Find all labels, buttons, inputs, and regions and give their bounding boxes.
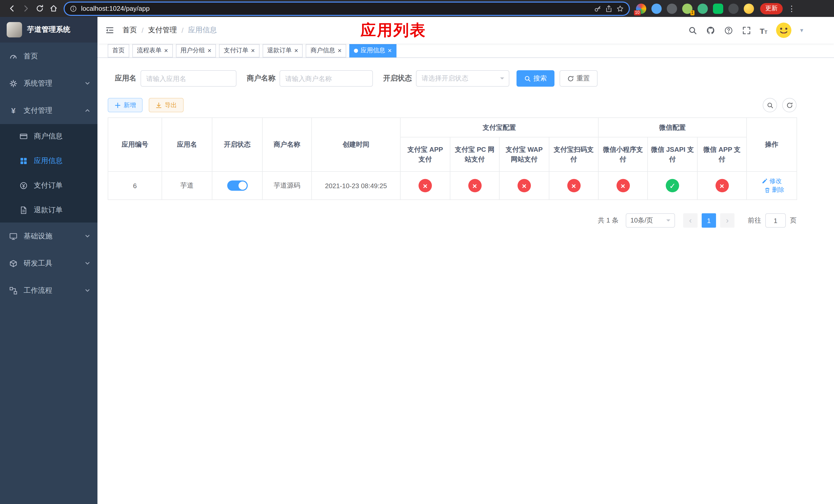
browser-forward-button[interactable] bbox=[19, 2, 33, 15]
close-icon[interactable]: × bbox=[388, 47, 392, 54]
toggle-search-button[interactable] bbox=[763, 98, 777, 112]
tab-refund-orders[interactable]: 退款订单× bbox=[263, 44, 303, 57]
pagination: 共 1 条 10条/页 ‹ 1 › 前往 页 bbox=[108, 213, 796, 228]
col-group-alipay: 支付宝配置 bbox=[400, 118, 598, 137]
col-app-id: 应用编号 bbox=[108, 118, 162, 171]
chevron-up-icon bbox=[85, 108, 90, 113]
merchant-name-input[interactable] bbox=[280, 70, 373, 87]
col-created: 创建时间 bbox=[312, 118, 400, 171]
goto-page-input[interactable] bbox=[765, 213, 786, 228]
chevron-down-icon bbox=[85, 81, 90, 86]
page-unit-label: 页 bbox=[790, 216, 796, 225]
col-wechat-mini: 微信小程序支付 bbox=[598, 137, 648, 171]
close-icon[interactable]: × bbox=[207, 47, 211, 54]
prev-page-button[interactable]: ‹ bbox=[683, 213, 698, 228]
cell-alipay-app: × bbox=[400, 171, 450, 200]
extension-icon-colorful[interactable]: 10 bbox=[636, 3, 646, 14]
table-toolbar: 新增 导出 bbox=[108, 98, 796, 112]
breadcrumb-home[interactable]: 首页 bbox=[123, 26, 137, 35]
col-wechat-jsapi: 微信 JSAPI 支付 bbox=[648, 137, 697, 171]
sidebar-item-merchant-info[interactable]: 商户信息 bbox=[0, 124, 97, 149]
extensions-row: 10 1 bbox=[636, 3, 754, 14]
status-toggle[interactable] bbox=[227, 181, 247, 191]
cell-created: 2021-10-23 08:49:25 bbox=[312, 171, 400, 200]
status-cross-icon: × bbox=[419, 179, 432, 192]
tab-payment-orders[interactable]: 支付订单× bbox=[219, 44, 259, 57]
password-key-icon[interactable] bbox=[594, 5, 601, 12]
col-alipay-pc: 支付宝 PC 网站支付 bbox=[450, 137, 499, 171]
close-icon[interactable]: × bbox=[338, 47, 342, 54]
app-name-input[interactable] bbox=[140, 70, 237, 87]
font-size-icon[interactable]: TT bbox=[760, 26, 767, 35]
cell-merchant: 芋道源码 bbox=[262, 171, 312, 200]
extension-icon-green-avatar[interactable]: 1 bbox=[682, 3, 693, 14]
extension-icon-dark-circle[interactable] bbox=[667, 3, 677, 14]
header-search-icon[interactable] bbox=[688, 26, 697, 35]
delete-link[interactable]: 删除 bbox=[764, 186, 784, 194]
page-title: 应用列表 bbox=[360, 17, 426, 44]
export-button[interactable]: 导出 bbox=[149, 98, 184, 112]
next-page-button[interactable]: › bbox=[720, 213, 734, 228]
chevron-down-icon bbox=[85, 233, 90, 239]
extension-icon-blue-drop[interactable] bbox=[652, 3, 662, 14]
tab-process-form[interactable]: 流程表单× bbox=[132, 44, 173, 57]
reset-button[interactable]: 重置 bbox=[559, 70, 597, 87]
grid-icon bbox=[20, 157, 28, 165]
close-icon[interactable]: × bbox=[164, 47, 168, 54]
toolbox-icon bbox=[9, 259, 18, 267]
url-text: localhost:1024/pay/app bbox=[81, 5, 590, 12]
extension-icon-wechat-devtools[interactable] bbox=[713, 3, 723, 14]
site-info-icon[interactable] bbox=[70, 5, 77, 12]
github-icon[interactable] bbox=[706, 26, 715, 35]
tab-merchant-info[interactable]: 商户信息× bbox=[306, 44, 346, 57]
sidebar-item-workflow[interactable]: 工作流程 bbox=[0, 277, 97, 304]
extension-icon-pin[interactable] bbox=[728, 3, 739, 14]
sidebar-menu: 首页 系统管理 ¥ 支付管理 商户信息 bbox=[0, 43, 97, 304]
status-cross-icon: × bbox=[715, 179, 729, 192]
sidebar-item-infrastructure[interactable]: 基础设施 bbox=[0, 223, 97, 250]
page-content: 应用名 商户名称 开启状态 请选择开启状态 搜索 重置 bbox=[97, 58, 834, 504]
edit-link[interactable]: 修改 bbox=[762, 177, 782, 185]
bookmark-star-icon[interactable] bbox=[616, 5, 624, 12]
refresh-table-button[interactable] bbox=[782, 98, 796, 112]
sidebar-item-home[interactable]: 首页 bbox=[0, 43, 97, 70]
status-select[interactable]: 请选择开启状态 bbox=[416, 70, 509, 87]
sidebar-item-payment-orders[interactable]: 支付订单 bbox=[0, 173, 97, 198]
extension-icon-vue-devtools[interactable] bbox=[698, 3, 708, 14]
fullscreen-icon[interactable] bbox=[742, 26, 751, 35]
cell-alipay-qr: × bbox=[549, 171, 598, 200]
sidebar-item-system[interactable]: 系统管理 bbox=[0, 70, 97, 97]
sidebar-fold-icon[interactable] bbox=[105, 26, 114, 35]
user-menu-caret-icon[interactable]: ▾ bbox=[800, 27, 803, 34]
col-alipay-app: 支付宝 APP 支付 bbox=[400, 137, 450, 171]
tab-app-info[interactable]: 应用信息× bbox=[349, 44, 396, 57]
sidebar-item-app-info[interactable]: 应用信息 bbox=[0, 149, 97, 173]
browser-home-button[interactable] bbox=[47, 2, 61, 15]
browser-reload-button[interactable] bbox=[33, 2, 47, 15]
close-icon[interactable]: × bbox=[251, 47, 255, 54]
address-bar[interactable]: localhost:1024/pay/app bbox=[65, 2, 629, 15]
share-icon[interactable] bbox=[605, 5, 612, 12]
cell-alipay-wap: × bbox=[499, 171, 549, 200]
tab-user-group[interactable]: 用户分组× bbox=[176, 44, 216, 57]
sidebar-item-payment[interactable]: ¥ 支付管理 bbox=[0, 97, 97, 124]
page-size-select[interactable]: 10条/页 bbox=[626, 213, 675, 228]
close-icon[interactable]: × bbox=[294, 47, 298, 54]
browser-update-button[interactable]: 更新 bbox=[760, 3, 783, 14]
sidebar-item-refund-orders[interactable]: 退款订单 bbox=[0, 198, 97, 223]
search-button[interactable]: 搜索 bbox=[517, 70, 554, 87]
sidebar-item-dev-tools[interactable]: 研发工具 bbox=[0, 250, 97, 277]
help-icon[interactable] bbox=[724, 26, 733, 35]
add-button[interactable]: 新增 bbox=[108, 98, 142, 112]
status-cross-icon: × bbox=[616, 179, 630, 192]
browser-back-button[interactable] bbox=[5, 2, 19, 15]
cell-status bbox=[212, 171, 262, 200]
user-avatar[interactable] bbox=[776, 23, 791, 38]
extension-icon-emoji[interactable] bbox=[744, 3, 754, 14]
tab-home[interactable]: 首页 bbox=[108, 44, 129, 57]
page-number-button[interactable]: 1 bbox=[702, 213, 716, 228]
breadcrumb-payment[interactable]: 支付管理 bbox=[148, 26, 177, 35]
cell-alipay-pc: × bbox=[450, 171, 499, 200]
browser-menu-icon[interactable]: ⋮ bbox=[788, 4, 795, 13]
yen-icon: ¥ bbox=[9, 107, 18, 115]
